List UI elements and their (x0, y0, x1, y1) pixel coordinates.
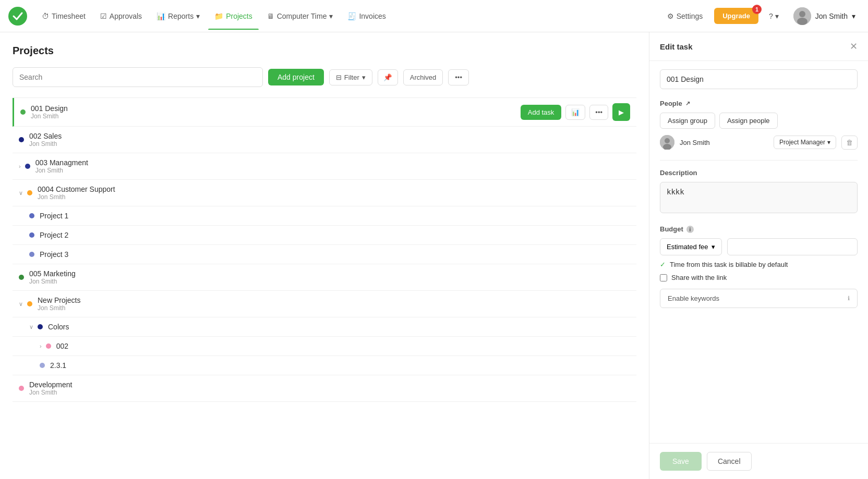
nav-projects[interactable]: 📁 Projects (208, 9, 259, 23)
project-owner: Jon Smith (35, 167, 630, 174)
project-info: Development Jon Smith (29, 380, 630, 396)
save-button[interactable]: Save (660, 452, 702, 471)
play-button[interactable]: ▶ (612, 103, 630, 121)
cancel-button[interactable]: Cancel (707, 452, 752, 471)
help-chevron: ▾ (775, 12, 779, 20)
project-name: 003 Managment (35, 158, 630, 167)
nav-invoices[interactable]: 🧾 Invoices (341, 9, 392, 23)
keywords-info-icon: ℹ (848, 295, 850, 302)
add-task-button[interactable]: Add task (521, 105, 562, 120)
user-menu-button[interactable]: Jon Smith ▾ (789, 5, 860, 27)
nav-computer-time[interactable]: 🖥 Computer Time ▾ (261, 9, 340, 23)
divider (660, 160, 858, 161)
project-name: 002 Sales (29, 132, 630, 140)
settings-button[interactable]: ⚙ Settings (662, 9, 708, 23)
chevron-right-icon: › (40, 343, 42, 349)
project-info: 2.3.1 (50, 361, 630, 370)
project-row-002b[interactable]: › 002 (13, 337, 636, 356)
play-icon: ▶ (619, 108, 624, 116)
assign-group-button[interactable]: Assign group (660, 113, 715, 129)
filter-label: Filter (344, 73, 359, 81)
pin-button[interactable]: 📌 (378, 69, 398, 85)
project-row-0004[interactable]: ∨ 0004 Customer Support Jon Smith (13, 180, 636, 206)
add-project-button[interactable]: Add project (268, 69, 324, 85)
chart-button[interactable]: 📊 (565, 105, 585, 120)
app-logo[interactable] (8, 7, 27, 26)
project-name: Project 3 (40, 250, 630, 259)
project-name: 005 Marketing (29, 269, 630, 278)
project-row-new[interactable]: ∨ New Projects Jon Smith (13, 291, 636, 317)
budget-amount-input[interactable] (727, 238, 858, 255)
upgrade-button[interactable]: Upgrade 1 (714, 8, 758, 24)
chevron-down-small-icon: ∨ (19, 190, 23, 196)
project-row-001[interactable]: 001 Design Jon Smith Add task 📊 ••• ▶ (13, 98, 636, 127)
billable-label: Time from this task is billable by defau… (670, 261, 788, 268)
pin-icon: 📌 (383, 73, 392, 81)
search-input[interactable] (13, 67, 263, 87)
filter-icon: ⊟ (336, 73, 342, 81)
share-checkbox[interactable] (660, 274, 667, 281)
people-section: People ↗ Assign group Assign people Jon … (660, 100, 858, 150)
delete-person-button[interactable]: 🗑 (841, 136, 858, 150)
project-row-dev[interactable]: Development Jon Smith (13, 375, 636, 402)
project-row-231[interactable]: 2.3.1 (13, 356, 636, 375)
user-name-label: Jon Smith (815, 12, 848, 20)
svg-point-2 (799, 11, 805, 17)
gear-icon: ⚙ (667, 12, 674, 20)
budget-section: Budget i Estimated fee ▾ ✓ Time from thi… (660, 225, 858, 308)
info-icon: i (686, 226, 694, 233)
description-section: Description kkkk (660, 169, 858, 215)
role-select[interactable]: Project Manager ▾ (774, 136, 836, 149)
panel-body: People ↗ Assign group Assign people Jon … (649, 61, 868, 443)
project-name: Colors (48, 323, 630, 331)
role-chevron-icon: ▾ (827, 139, 830, 146)
upgrade-label: Upgrade (722, 12, 750, 20)
project-dot (40, 363, 45, 368)
dots-icon: ••• (595, 108, 602, 116)
more-row-button[interactable]: ••• (589, 105, 608, 120)
project-row-p2[interactable]: Project 2 (13, 226, 636, 245)
project-info: 0004 Customer Support Jon Smith (38, 185, 630, 201)
trash-icon: 🗑 (846, 139, 853, 146)
nav-approvals[interactable]: ☑ Approvals (94, 9, 148, 23)
nav-reports[interactable]: 📊 Reports ▾ (150, 9, 206, 23)
task-name-input[interactable] (660, 69, 858, 89)
more-button[interactable]: ••• (448, 69, 469, 85)
project-owner: Jon Smith (29, 278, 630, 285)
billable-checkbox-row: ✓ Time from this task is billable by def… (660, 261, 858, 268)
project-info: Colors (48, 323, 630, 331)
settings-label: Settings (677, 12, 703, 20)
project-owner: Jon Smith (29, 140, 630, 148)
user-chevron-icon: ▾ (852, 12, 855, 20)
ellipsis-icon: ••• (455, 73, 462, 81)
project-info: 005 Marketing Jon Smith (29, 269, 630, 285)
project-row-003[interactable]: › 003 Managment Jon Smith (13, 153, 636, 180)
close-panel-button[interactable]: ✕ (850, 41, 858, 52)
project-row-002[interactable]: 002 Sales Jon Smith (13, 127, 636, 153)
nav-timesheet[interactable]: ⏱ Timesheet (35, 9, 92, 23)
project-row-p3[interactable]: Project 3 (13, 245, 636, 264)
archived-button[interactable]: Archived (403, 69, 443, 85)
project-row-p1[interactable]: Project 1 (13, 206, 636, 226)
help-button[interactable]: ? ▾ (765, 10, 783, 22)
filter-button[interactable]: ⊟ Filter ▾ (329, 69, 372, 85)
project-name: New Projects (38, 296, 630, 304)
project-info: Project 1 (40, 212, 630, 220)
project-row-colors[interactable]: ∨ Colors (13, 317, 636, 337)
chevron-down-icon: ▾ (196, 12, 200, 20)
estimated-fee-button[interactable]: Estimated fee ▾ (660, 238, 722, 255)
description-input[interactable]: kkkk (660, 182, 858, 213)
fee-chevron-icon: ▾ (712, 243, 715, 251)
keywords-row[interactable]: Enable keywords ℹ (660, 289, 858, 308)
project-dot (46, 343, 51, 349)
assigned-person-row: Jon Smith Project Manager ▾ 🗑 (660, 135, 858, 150)
assign-people-button[interactable]: Assign people (719, 113, 778, 129)
budget-row: Estimated fee ▾ (660, 238, 858, 255)
nav-reports-label: Reports (168, 12, 194, 20)
project-info: 003 Managment Jon Smith (35, 158, 630, 174)
project-row-005[interactable]: 005 Marketing Jon Smith (13, 264, 636, 291)
project-dot (29, 213, 34, 218)
keywords-label: Enable keywords (668, 294, 719, 302)
navbar: ⏱ Timesheet ☑ Approvals 📊 Reports ▾ 📁 Pr… (0, 0, 868, 32)
project-info: Project 3 (40, 250, 630, 259)
